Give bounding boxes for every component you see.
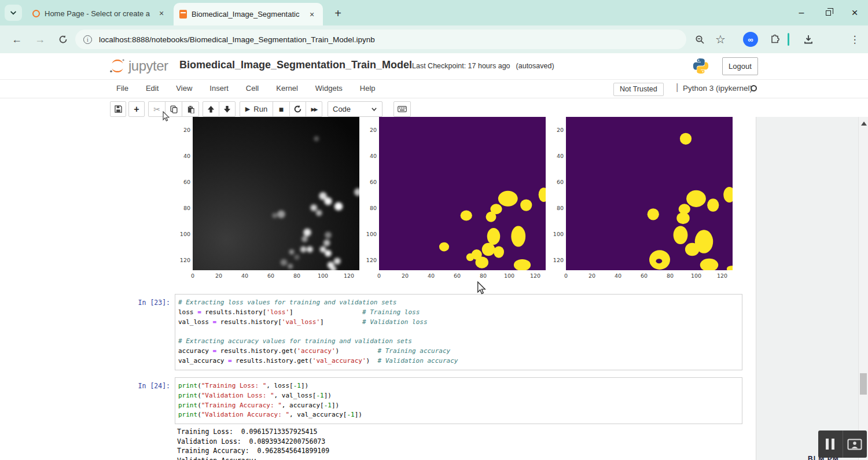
menu-view[interactable]: View xyxy=(167,80,201,97)
menu-help[interactable]: Help xyxy=(351,80,384,97)
paste-cell-button[interactable] xyxy=(182,101,199,117)
new-tab-button[interactable]: + xyxy=(330,5,346,21)
pause-icon xyxy=(826,439,834,450)
puzzle-icon xyxy=(770,34,780,45)
run-cell-button[interactable]: ▶ Run xyxy=(240,101,273,117)
save-button[interactable] xyxy=(110,101,126,117)
zoom-icon[interactable] xyxy=(690,30,709,49)
toolbar-divider xyxy=(788,33,789,46)
tick-label: 60 xyxy=(451,273,463,279)
forward-button[interactable]: → xyxy=(30,30,50,49)
scrollbar-track[interactable] xyxy=(858,117,868,460)
tick-label: 0 xyxy=(560,273,572,279)
notebook-title[interactable]: Biomedical_Image_Segmentation_Train_Mode… xyxy=(179,59,412,71)
code-token: # Training accuracy xyxy=(377,347,450,355)
code-token: ( xyxy=(197,411,201,418)
tick-label: 100 xyxy=(362,231,377,237)
code-token: # Validation loss xyxy=(362,318,428,326)
move-cell-down-button[interactable] xyxy=(219,101,236,117)
command-palette-button[interactable] xyxy=(393,101,411,117)
site-info-icon[interactable]: i xyxy=(83,35,92,44)
tab-close-icon[interactable]: × xyxy=(156,8,167,19)
arrow-up-icon xyxy=(207,105,215,113)
menu-edit[interactable]: Edit xyxy=(137,80,167,97)
code-token: ( xyxy=(197,382,201,389)
tick-label: 100 xyxy=(503,273,515,279)
code-editor-23[interactable]: # Extracting loss values for training an… xyxy=(178,298,740,366)
minimize-button[interactable]: – xyxy=(788,0,815,25)
tab-home-page[interactable]: Home Page - Select or create a × xyxy=(27,3,172,23)
code-line xyxy=(178,327,740,337)
code-token: print xyxy=(178,392,197,399)
move-cell-up-button[interactable] xyxy=(203,101,219,117)
logout-button[interactable]: Logout xyxy=(722,57,758,75)
tick-label: 80 xyxy=(664,273,676,279)
cut-cell-button[interactable]: ✂ xyxy=(148,101,165,117)
code-token: results.history.get( xyxy=(216,347,297,355)
copy-cell-button[interactable] xyxy=(165,101,182,117)
restart-run-all-button[interactable]: ▶▶ xyxy=(306,101,322,117)
code-token: # Training loss xyxy=(362,308,420,316)
url-field[interactable]: i localhost:8888/notebooks/Biomedical_Im… xyxy=(75,30,686,49)
menu-cell[interactable]: Cell xyxy=(237,80,267,97)
code-token: ] xyxy=(320,318,362,326)
close-button[interactable]: × xyxy=(841,0,868,25)
menu-file[interactable]: File xyxy=(108,80,137,97)
menu-widgets[interactable]: Widgets xyxy=(307,80,351,97)
code-line: val_loss = results.history['val_loss'] #… xyxy=(178,318,740,327)
reload-button[interactable] xyxy=(53,30,73,49)
code-line: # Extracting accuracy values for trainin… xyxy=(178,337,740,347)
tick-label: 120 xyxy=(343,273,355,279)
code-line: print("Training Loss: ", loss[-1]) xyxy=(178,381,740,391)
code-token: results.history[ xyxy=(201,308,267,316)
tick-label: 80 xyxy=(362,205,377,211)
extensions-puzzle-icon[interactable] xyxy=(765,30,785,49)
code-token: , val_accuracy[ xyxy=(289,411,347,418)
scrollbar-thumb[interactable] xyxy=(860,373,867,395)
code-token: loss xyxy=(178,308,197,316)
scrollbar-up-arrow-icon[interactable] xyxy=(861,122,867,126)
jupyter-logo[interactable]: jupyter xyxy=(109,57,168,75)
code-token: print xyxy=(178,382,197,389)
restore-button[interactable] xyxy=(815,0,841,25)
tab-notebook[interactable]: Biomedical_Image_Segmentatic × xyxy=(174,3,323,25)
code-editor-24[interactable]: print("Training Loss: ", loss[-1])print(… xyxy=(178,381,740,420)
jupyter-header: jupyter Biomedical_Image_Segmentation_Tr… xyxy=(0,53,868,80)
tick-label: 80 xyxy=(477,273,489,279)
add-cell-button[interactable]: + xyxy=(128,101,145,117)
code-token: results.history.get( xyxy=(232,357,312,365)
download-button[interactable] xyxy=(799,30,818,49)
extension-infinity-icon[interactable]: ∞ xyxy=(743,32,758,47)
notebook-menubar: File Edit View Insert Cell Kernel Widget… xyxy=(0,80,868,98)
figure-mask-1: 20406080100120 020406080100120 xyxy=(362,117,563,284)
notebook-scroll-area[interactable]: 20406080100120 020406080100120 204060801… xyxy=(0,117,868,460)
code-token: print xyxy=(178,402,197,409)
tab-title: Biomedical_Image_Segmentatic xyxy=(192,10,302,19)
webcam-overlay-button[interactable] xyxy=(843,430,867,458)
tick-label: 80 xyxy=(175,205,190,211)
video-controls-overlay xyxy=(818,430,867,458)
tab-close-icon[interactable]: × xyxy=(307,9,317,20)
interrupt-kernel-button[interactable]: ■ xyxy=(273,101,290,117)
arrow-down-icon xyxy=(223,105,231,113)
cell-type-dropdown[interactable]: Code xyxy=(328,101,382,117)
page-gutter xyxy=(756,117,868,460)
code-line: accuracy = results.history.get('accuracy… xyxy=(178,347,740,356)
code-line: print("Validation Accuracy: ", val_accur… xyxy=(178,410,740,420)
code-cell-23[interactable]: # Extracting loss values for training an… xyxy=(175,294,742,370)
back-button[interactable]: ← xyxy=(7,30,27,49)
menu-insert[interactable]: Insert xyxy=(201,80,237,97)
pause-button[interactable] xyxy=(818,430,843,458)
browser-menu-kebab-icon[interactable]: ⋮ xyxy=(845,30,865,49)
cell-prompt-24: In [24]: xyxy=(134,382,170,390)
tick-label: 120 xyxy=(529,273,541,279)
not-trusted-badge[interactable]: Not Trusted xyxy=(613,83,664,96)
output-line: Training Accuracy: 0.9628545641899109 xyxy=(177,446,329,456)
bookmark-star-icon[interactable]: ☆ xyxy=(711,30,730,49)
code-token: -1 xyxy=(347,411,354,418)
tab-search-button[interactable] xyxy=(5,5,22,21)
code-line: print("Training Accuracy: ", accuracy[-1… xyxy=(178,401,740,411)
code-cell-24[interactable]: print("Training Loss: ", loss[-1])print(… xyxy=(175,377,742,424)
restart-kernel-button[interactable] xyxy=(289,101,306,117)
menu-kernel[interactable]: Kernel xyxy=(267,80,307,97)
